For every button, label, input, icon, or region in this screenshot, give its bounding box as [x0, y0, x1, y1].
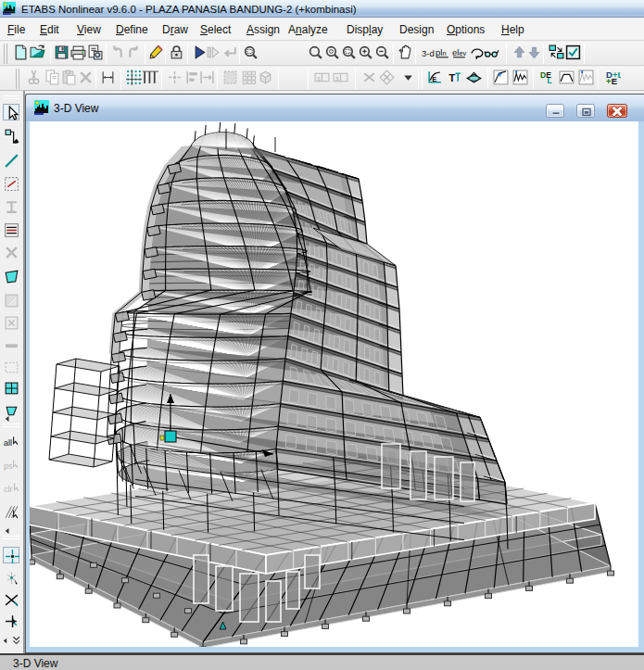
svg-text:L: L	[548, 76, 552, 85]
svg-text:s: s	[335, 74, 339, 82]
svg-text:clr: clr	[4, 485, 13, 494]
svg-text:s: s	[317, 74, 321, 82]
svg-text:ps: ps	[4, 461, 13, 471]
svg-text:+E: +E	[606, 76, 617, 85]
svg-text:E: E	[432, 75, 436, 83]
svg-text:3-d: 3-d	[422, 48, 435, 58]
svg-text:T: T	[448, 71, 455, 83]
svg-text:elev: elev	[452, 47, 467, 57]
svg-text:pln: pln	[436, 47, 447, 57]
svg-text:all: all	[4, 438, 12, 448]
